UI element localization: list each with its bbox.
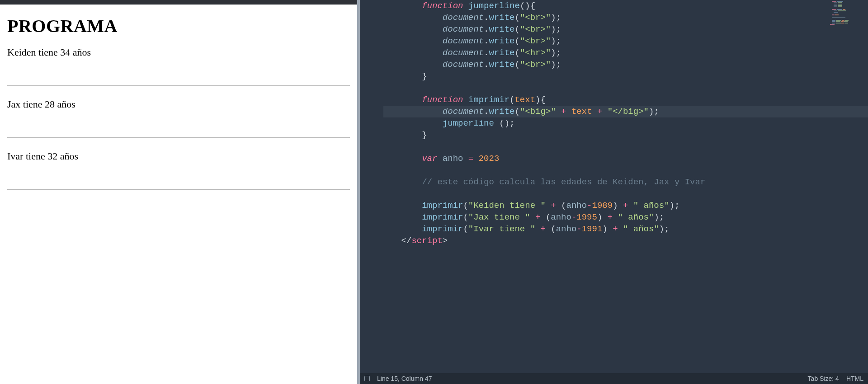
statusbar: Line 15, Column 47 Tab Size: 4 HTML [360,373,868,384]
code-line[interactable]: 16 jumperline (); [360,117,868,129]
code-text[interactable]: // este código calcula las edades de Kei… [381,176,705,188]
editor-scroll[interactable]: 6 function jumperline(){7 document.write… [360,0,868,373]
statusbar-tab-size[interactable]: Tab Size: 4 [808,375,839,382]
code-text[interactable]: document.write("<br>"); [381,35,561,47]
preview-separator [7,189,350,190]
code-line[interactable]: 20 [360,164,868,176]
code-line[interactable]: 26 </script> [360,235,868,247]
code-text[interactable]: imprimir("Jax tiene " + (anho-1995) + " … [381,211,664,223]
code-line[interactable]: 11 document.write("<br>"); [360,59,868,70]
code-line[interactable]: 21 // este código calcula las edades de … [360,176,868,188]
code-line[interactable]: 10 document.write("<hr>"); [360,47,868,59]
statusbar-cursor[interactable]: Line 15, Column 47 [377,375,432,382]
preview-line: Ivar tiene 32 años [7,150,350,162]
code-line[interactable]: 25 imprimir("Ivar tiene " + (anho-1991) … [360,223,868,235]
code-line[interactable]: 13 [360,82,868,94]
code-text[interactable]: var anho = 2023 [381,153,499,164]
statusbar-panel-icon[interactable] [364,376,370,381]
code-line[interactable]: 24 imprimir("Jax tiene " + (anho-1995) +… [360,211,868,223]
code-text[interactable]: document.write("<big>" + text + "</big>"… [381,106,659,117]
browser-preview-pane: PROGRAMA Keiden tiene 34 años Jax tiene … [0,0,357,384]
code-line[interactable]: 15 document.write("<big>" + text + "</bi… [360,106,868,117]
code-text[interactable]: document.write("<br>"); [381,12,561,23]
code-text[interactable]: function imprimir(text){ [381,94,546,106]
code-line[interactable]: 19 var anho = 2023 [360,153,868,164]
code-text[interactable]: document.write("<br>"); [381,23,561,35]
preview-topbar [0,0,357,5]
code-line[interactable]: 18 [360,141,868,153]
code-text[interactable]: imprimir("Ivar tiene " + (anho-1991) + "… [381,223,670,235]
code-text[interactable]: document.write("<br>"); [381,59,561,70]
code-line[interactable]: 17 } [360,129,868,141]
code-line[interactable]: 23 imprimir("Keiden tiene " + (anho-1989… [360,200,868,211]
code-text[interactable]: } [381,70,427,82]
code-editor-pane: 6 function jumperline(){7 document.write… [360,0,868,384]
code-line[interactable]: 8 document.write("<br>"); [360,23,868,35]
code-line[interactable]: 6 function jumperline(){ [360,0,868,12]
preview-title: PROGRAMA [7,15,350,37]
code-line[interactable]: 9 document.write("<br>"); [360,35,868,47]
preview-separator [7,85,350,86]
code-area[interactable]: 6 function jumperline(){7 document.write… [360,0,868,247]
code-line[interactable]: 22 [360,188,868,200]
code-text[interactable]: jumperline (); [381,117,514,129]
code-line[interactable]: 12 } [360,70,868,82]
code-text[interactable]: } [381,129,427,141]
minimap[interactable] [830,1,865,28]
preview-separator [7,137,350,138]
code-text[interactable]: document.write("<hr>"); [381,47,561,59]
code-text[interactable]: function jumperline(){ [381,0,535,12]
code-text[interactable]: </script> [381,235,448,247]
preview-line: Jax tiene 28 años [7,98,350,110]
code-line[interactable]: 14 function imprimir(text){ [360,94,868,106]
code-text[interactable]: imprimir("Keiden tiene " + (anho-1989) +… [381,200,679,211]
code-line[interactable]: 7 document.write("<br>"); [360,12,868,23]
preview-line: Keiden tiene 34 años [7,47,350,58]
statusbar-syntax[interactable]: HTML [846,375,863,382]
preview-body: PROGRAMA Keiden tiene 34 años Jax tiene … [0,5,357,202]
